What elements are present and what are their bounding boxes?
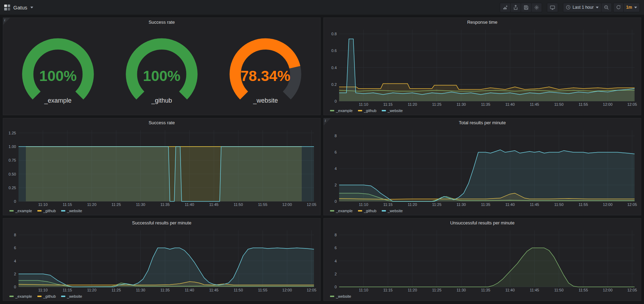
legend-color-marker [9,210,14,212]
svg-text:11:30: 11:30 [456,202,466,207]
svg-text:11:20: 11:20 [408,202,417,207]
legend-item-website[interactable]: _website [382,209,403,213]
zoom-out-button[interactable] [601,3,612,12]
svg-text:6: 6 [14,246,16,250]
svg-text:11:20: 11:20 [408,102,417,106]
legend-series-name: _example [15,294,32,298]
apps-grid-icon[interactable] [4,5,10,10]
svg-text:12:05: 12:05 [307,288,316,292]
svg-text:11:50: 11:50 [554,288,564,292]
legend-color-marker [382,210,386,212]
panel-title[interactable]: Success rate [3,18,320,27]
panel-title[interactable]: Response time [324,18,641,27]
gauge-label: _website [253,97,278,104]
navbar-right: Last 1 hour 1m [500,3,640,12]
successful-results-chart[interactable]: 0246811:1011:1511:2011:2511:3011:3511:40… [6,228,317,293]
svg-text:12:05: 12:05 [307,202,316,207]
panel-successful-results: Successful results per minute 0246811:10… [3,218,321,301]
legend-color-marker [330,110,334,111]
svg-text:100%: 100% [39,68,76,84]
unsuccessful-results-chart[interactable]: 0246811:1011:1511:2011:2511:3011:3511:40… [327,228,638,293]
legend-color-marker [61,210,65,212]
share-dashboard-button[interactable] [510,3,521,12]
time-range-picker-button[interactable]: Last 1 hour [563,3,601,12]
svg-text:11:35: 11:35 [481,102,490,106]
gauge-label: _github [151,97,172,104]
svg-text:11:10: 11:10 [359,202,368,207]
panel-title[interactable]: Success rate [3,118,320,127]
total-results-chart[interactable]: 0246811:1011:1511:2011:2511:3011:3511:40… [327,127,638,207]
gauge-arc: 100% [10,37,105,106]
time-range-label: Last 1 hour [573,5,594,10]
panel-title[interactable]: Total results per minute [324,118,641,127]
legend-item-example[interactable]: _example [9,294,32,298]
gauge-row: 100% _example 100% _github 78.34% _websi… [3,27,320,115]
dashboard-title[interactable]: Gatus [13,5,27,10]
legend-item-website[interactable]: _website [61,294,82,298]
legend-series-name: _github [43,294,56,298]
svg-text:11:40: 11:40 [185,202,194,207]
tv-mode-button[interactable] [547,3,558,12]
legend-item-github[interactable]: _github [358,109,376,113]
legend-series-name: _example [336,209,353,213]
legend-item-example[interactable]: _example [330,109,353,113]
refresh-button[interactable] [613,3,624,12]
svg-text:11:55: 11:55 [258,202,268,207]
dashboard-settings-button[interactable] [531,3,542,12]
monitor-icon [550,5,555,10]
svg-text:11:55: 11:55 [258,288,268,292]
svg-text:12:00: 12:00 [603,102,613,106]
svg-text:11:15: 11:15 [383,202,393,207]
success-rate-chart[interactable]: 00.250.500.751.001.2511:1011:1511:2011:2… [6,127,317,207]
legend-item-website[interactable]: _website [382,109,403,113]
svg-text:4: 4 [14,259,16,263]
gauge-example: 100% _example [6,37,109,104]
legend-series-name: _github [43,209,56,213]
svg-text:6: 6 [335,150,337,154]
svg-text:11:50: 11:50 [554,102,564,106]
panel-title[interactable]: Unsuccessful results per minute [324,218,641,228]
svg-text:11:35: 11:35 [481,202,490,207]
response-time-chart[interactable]: 00.20.40.60.811:1011:1511:2011:2511:3011… [327,27,638,107]
svg-text:11:55: 11:55 [579,202,588,207]
svg-text:11:15: 11:15 [63,288,72,292]
legend-color-marker [37,210,42,212]
legend-item-example[interactable]: _example [330,209,353,213]
panel-title[interactable]: Successful results per minute [3,218,320,228]
caret-down-icon [634,7,637,10]
svg-text:11:30: 11:30 [136,288,145,292]
svg-text:2: 2 [335,183,337,187]
legend-item-github[interactable]: _github [37,294,56,298]
svg-text:11:10: 11:10 [38,202,48,207]
svg-text:11:40: 11:40 [505,288,515,292]
bar-chart-plus-icon [503,5,508,10]
legend-item-website[interactable]: _website [61,209,82,213]
svg-text:11:10: 11:10 [359,102,368,106]
panel-response-time: Response time 00.20.40.60.811:1011:1511:… [323,17,641,115]
svg-text:11:45: 11:45 [530,288,539,292]
refresh-interval-picker[interactable]: 1m [623,3,640,12]
info-icon[interactable] [324,118,331,125]
legend-color-marker [37,296,42,297]
add-panel-button[interactable] [500,3,511,12]
save-dashboard-button[interactable] [521,3,532,12]
legend-color-marker [61,296,65,297]
gauge-website: 78.34% _website [214,37,317,104]
legend-item-github[interactable]: _github [358,209,376,213]
svg-text:11:40: 11:40 [185,288,194,292]
dashboard-grid: Success rate 100% _example 100% _github … [0,15,644,304]
info-icon[interactable] [3,18,10,25]
navbar: Gatus Last 1 hour [0,0,644,15]
search-minus-icon [604,5,609,10]
legend-item-example[interactable]: _example [9,209,32,213]
svg-text:12:05: 12:05 [627,288,637,292]
legend-item-website[interactable]: _website [330,294,351,298]
panel-unsuccessful-results: Unsuccessful results per minute 0246811:… [323,218,641,301]
legend-item-github[interactable]: _github [37,209,56,213]
chart-legend: _example_github_website [327,207,638,214]
svg-text:12:05: 12:05 [627,202,637,207]
svg-text:78.34%: 78.34% [241,68,291,84]
svg-text:11:30: 11:30 [136,202,145,207]
svg-text:0: 0 [335,99,337,103]
gauge-label: _example [44,97,72,104]
